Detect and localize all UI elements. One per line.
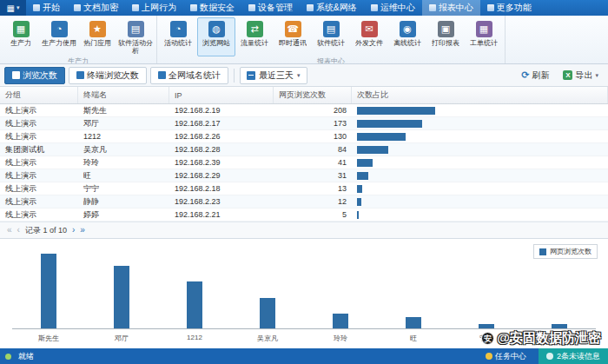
ribbon-item-1-3[interactable]: ☎即时通讯 (274, 17, 312, 56)
table-row[interactable]: 集团测试机吴京凡192.168.2.2884 (0, 143, 608, 156)
cell-ratio-bar (352, 104, 608, 116)
chart-bar-slot (231, 249, 304, 328)
chart-bar[interactable] (552, 324, 567, 328)
table-row[interactable]: 线上演示1212192.168.2.26130 (0, 130, 608, 143)
ribbon-item-0-2[interactable]: ★热门应用 (78, 17, 116, 56)
chart-x-label: 斯先生 (12, 334, 85, 343)
ribbon-item-icon: ▦ (476, 21, 492, 37)
cell-name: 玲玲 (78, 156, 169, 169)
table-row[interactable]: 线上演示静静192.168.2.2312 (0, 195, 608, 208)
menu-item-icon (190, 4, 197, 11)
menu-item-6[interactable]: 运维中心 (364, 0, 422, 16)
ribbon-item-1-0[interactable]: ◔活动统计 (159, 17, 197, 56)
chart-x-label: 吴京凡 (231, 334, 304, 343)
menu-item-3[interactable]: 数据安全 (183, 0, 241, 16)
chart-bar[interactable] (333, 314, 348, 328)
chart-x-label: 静静 (523, 334, 596, 343)
cell-group: 线上演示 (0, 130, 78, 142)
ribbon-item-0-1[interactable]: ◔生产力使用 (40, 17, 78, 56)
column-header-2[interactable]: IP (169, 87, 274, 103)
table-row[interactable]: 线上演示婷婷192.168.2.215 (0, 208, 608, 222)
column-header-0[interactable]: 分组 (0, 87, 78, 103)
refresh-button[interactable]: ⟳ 刷新 (516, 68, 554, 83)
ribbon-item-1-2[interactable]: ⇄流量统计 (235, 17, 274, 56)
column-header-3[interactable]: 网页浏览次数 (274, 87, 352, 103)
cell-ratio-bar (352, 182, 608, 195)
view-tab-0[interactable]: 浏览次数 (4, 67, 65, 84)
table-row[interactable]: 线上演示旺192.168.2.2931 (0, 169, 608, 182)
chart-bar[interactable] (406, 317, 421, 328)
ribbon-item-label: 热门应用 (83, 39, 111, 55)
menu-item-icon (307, 4, 314, 11)
ribbon-item-label: 工单统计 (470, 39, 498, 55)
chart-bar[interactable] (479, 324, 494, 328)
first-page-button[interactable]: « (7, 226, 12, 235)
view-tab-label: 终端浏览次数 (87, 69, 139, 82)
view-tabs: 浏览次数终端浏览次数全网域名统计 (4, 67, 228, 84)
ribbon-item-1-1[interactable]: ◍浏览网站 (197, 17, 235, 56)
cell-ip: 192.168.2.18 (169, 182, 274, 195)
menu-item-1[interactable]: 文档加密 (67, 0, 125, 16)
ribbon-item-label: 生产力 (10, 39, 31, 55)
view-tab-icon (158, 71, 166, 79)
cell-name: 1212 (78, 130, 169, 142)
ribbon-item-label: 打印报表 (432, 39, 459, 55)
table-body: 线上演示斯先生192.168.2.19208线上演示邓厅192.168.2.17… (0, 104, 608, 222)
ribbon-item-1-5[interactable]: ✉外发文件 (350, 17, 388, 56)
date-range-select[interactable]: 最近三天 ▾ (240, 67, 307, 84)
chart-bar[interactable] (260, 298, 275, 328)
cell-group: 线上演示 (0, 156, 78, 169)
menu-item-icon (132, 4, 139, 11)
menu-item-0[interactable]: 开始 (26, 0, 67, 16)
table-row[interactable]: 线上演示邓厅192.168.2.17173 (0, 117, 608, 130)
chart-bar-slot (85, 249, 158, 328)
ribbon-group-0: ▦生产力◔生产力使用★热门应用▤软件活动分析生产力 (0, 16, 157, 63)
ribbon-item-0-3[interactable]: ▤软件活动分析 (116, 17, 155, 56)
ribbon-item-icon: ☎ (285, 21, 301, 37)
ratio-bar (357, 107, 435, 115)
date-range-label: 最近三天 (259, 69, 294, 82)
column-header-4[interactable]: 次数占比 (352, 87, 608, 103)
cell-count: 130 (274, 130, 352, 142)
last-page-button[interactable]: » (80, 226, 85, 235)
chart-bar[interactable] (114, 266, 129, 328)
menu-item-label: 系统&网络 (316, 2, 357, 14)
table-row[interactable]: 线上演示斯先生192.168.2.19208 (0, 104, 608, 117)
ribbon-item-1-4[interactable]: ▤软件统计 (312, 17, 350, 56)
view-tab-2[interactable]: 全网域名统计 (150, 67, 228, 84)
unread-messages-button[interactable]: 2条未读信息 (539, 348, 608, 364)
menu-item-icon (487, 4, 494, 11)
table-row[interactable]: 线上演示玲玲192.168.2.3941 (0, 156, 608, 169)
prev-page-button[interactable]: ‹ (17, 226, 20, 235)
menu-item-5[interactable]: 系统&网络 (300, 0, 364, 16)
menu-item-7[interactable]: 报表中心 (422, 0, 480, 16)
task-center-button[interactable]: 任务中心 (480, 348, 532, 364)
view-tab-icon (76, 71, 84, 79)
ribbon-item-icon: ▤ (323, 21, 340, 37)
ribbon-item-label: 软件统计 (317, 39, 345, 55)
cell-count: 5 (274, 208, 352, 221)
ribbon-item-1-8[interactable]: ▦工单统计 (465, 17, 503, 56)
cell-ip: 192.168.2.39 (169, 156, 274, 169)
app-logo-button[interactable]: ▦ ▾ (0, 0, 26, 16)
chart-bar[interactable] (187, 281, 202, 328)
next-page-button[interactable]: › (72, 226, 75, 235)
menu-item-8[interactable]: 更多功能 (480, 0, 539, 16)
export-button[interactable]: X 导出 ▾ (558, 68, 604, 83)
menu-item-label: 报表中心 (439, 2, 473, 14)
ribbon-item-1-7[interactable]: ▣打印报表 (426, 17, 465, 56)
cell-ip: 192.168.2.28 (169, 143, 274, 156)
cell-ratio-bar (352, 117, 608, 129)
ribbon-item-0-0[interactable]: ▦生产力 (2, 17, 40, 56)
cell-group: 线上演示 (0, 104, 78, 116)
column-header-1[interactable]: 终端名 (78, 87, 169, 103)
ribbon-item-1-6[interactable]: ◉离线统计 (388, 17, 426, 56)
menu-item-4[interactable]: 设备管理 (241, 0, 300, 16)
cell-group: 线上演示 (0, 117, 78, 129)
view-tab-1[interactable]: 终端浏览次数 (69, 67, 147, 84)
chart-bar[interactable] (41, 254, 56, 328)
table-row[interactable]: 线上演示宁宁192.168.2.1813 (0, 182, 608, 195)
menu-item-2[interactable]: 上网行为 (125, 0, 183, 16)
menu-item-label: 运维中心 (380, 2, 415, 14)
cell-name: 吴京凡 (78, 143, 169, 156)
